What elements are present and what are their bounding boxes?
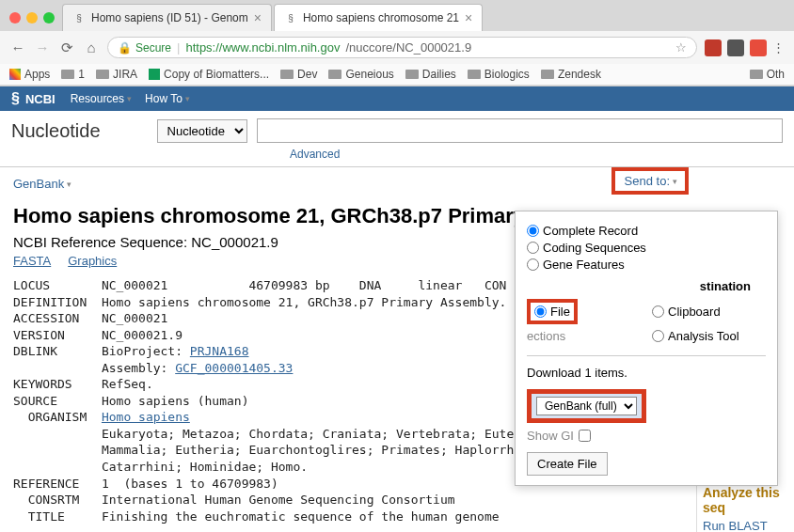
menu-icon[interactable]: ⋮ [772,40,785,55]
create-file-button[interactable]: Create File [527,452,608,476]
destination-analysis-option[interactable]: Analysis Tool [652,329,766,343]
other-bookmarks[interactable]: Oth [750,68,785,81]
url-path: /nuccore/NC_000021.9 [345,40,471,55]
extension-icon[interactable] [727,39,744,56]
back-icon[interactable]: ← [9,39,26,56]
bookmark-folder[interactable]: JIRA [96,68,137,81]
close-tab-icon[interactable]: × [465,10,472,25]
traffic-lights [6,12,62,23]
resources-menu[interactable]: Resources ▾ [71,92,132,105]
close-window-icon[interactable] [9,12,21,23]
format-select-wrap: GenBank (full) [527,389,646,423]
extension-icon[interactable] [705,39,722,56]
bookmark-bar: Apps 1 JIRA Copy of Biomatters... Dev Ge… [0,64,794,86]
chevron-down-icon: ▾ [673,177,677,186]
tab-bar: § Homo sapiens (ID 51) - Genom × § Homo … [0,0,794,31]
chevron-down-icon: ▾ [67,180,71,189]
graphics-link[interactable]: Graphics [68,254,117,268]
search-input[interactable] [257,118,783,143]
extension-icon[interactable] [750,39,767,56]
tab-title: Homo sapiens chromosome 21 [303,11,459,24]
browser-tab[interactable]: § Homo sapiens (ID 51) - Genom × [62,4,272,31]
record-scope-option[interactable]: Gene Features [527,258,766,272]
dna-icon: § [11,90,20,107]
analysis-radio[interactable] [652,330,664,342]
clipboard-radio[interactable] [652,305,664,318]
file-radio[interactable] [534,305,547,318]
bookmark-folder[interactable]: 1 [61,68,85,81]
bookmark-folder[interactable]: Dailies [405,68,456,81]
send-to-popup: Complete Record Coding Sequences Gene Fe… [515,211,778,486]
gene-features-radio[interactable] [527,258,539,271]
browser-tab[interactable]: § Homo sapiens chromosome 21 × [274,4,483,31]
advanced-link[interactable]: Advanced [290,148,340,161]
coding-sequences-radio[interactable] [527,242,539,254]
fasta-link[interactable]: FASTA [13,254,51,268]
favicon-icon: § [284,11,297,24]
ncbi-logo[interactable]: § NCBI [11,90,56,107]
ncbi-brand: NCBI [25,92,56,106]
assembly-link[interactable]: GCF_000001405.33 [175,361,293,375]
close-tab-icon[interactable]: × [254,10,262,25]
secure-badge: 🔒 Secure [118,41,171,55]
howto-menu[interactable]: How To ▾ [145,92,190,105]
secure-label: Secure [135,41,171,55]
download-count-label: Download 1 items. [527,366,766,380]
maximize-window-icon[interactable] [43,12,55,23]
url-input[interactable]: 🔒 Secure | https://www.ncbi.nlm.nih.gov/… [107,37,697,58]
db-title: Nucleotide [11,120,101,142]
bookmark-star-icon[interactable]: ☆ [675,40,687,55]
bookmark-folder[interactable]: Dev [280,68,317,81]
browser-chrome: § Homo sapiens (ID 51) - Genom × § Homo … [0,0,794,86]
bookmark-folder[interactable]: Geneious [328,68,393,81]
destination-collections-option[interactable]: ections [527,329,641,343]
complete-record-radio[interactable] [527,225,539,237]
view-format-dropdown[interactable]: GenBank▾ [13,177,71,191]
url-host: https://www.ncbi.nlm.nih.gov [185,40,340,55]
extension-icons: ⋮ [705,39,785,56]
favicon-icon: § [72,11,86,24]
format-select[interactable]: GenBank (full) [536,397,637,415]
record-scope-option[interactable]: Complete Record [527,224,766,238]
bookmark-folder[interactable]: Biologics [468,68,530,81]
apps-button[interactable]: Apps [9,68,50,81]
show-gi-checkbox-row[interactable]: Show GI [527,429,766,443]
lock-icon: 🔒 [118,41,132,55]
search-area: Nucleotide Nucleotide Advanced [0,111,794,167]
chevron-down-icon: ▾ [127,94,132,103]
chevron-down-icon: ▾ [185,94,190,103]
organism-link[interactable]: Homo sapiens [102,410,190,424]
record-scope-option[interactable]: Coding Sequences [527,241,766,255]
bioproject-link[interactable]: PRJNA168 [190,344,249,358]
home-icon[interactable]: ⌂ [83,39,100,56]
reload-icon[interactable]: ⟳ [58,39,75,56]
bookmark-folder[interactable]: Zendesk [541,68,601,81]
minimize-window-icon[interactable] [26,12,38,23]
database-select[interactable]: Nucleotide [157,119,247,143]
choose-destination-label: stination [527,279,766,293]
show-gi-checkbox[interactable] [579,430,591,442]
destination-file-option[interactable]: File [527,299,578,324]
ncbi-header: § NCBI Resources ▾ How To ▾ [0,86,794,111]
address-bar: ← → ⟳ ⌂ 🔒 Secure | https://www.ncbi.nlm.… [0,31,794,64]
bookmark-item[interactable]: Copy of Biomatters... [149,68,269,81]
destination-clipboard-option[interactable]: Clipboard [652,302,766,321]
forward-icon[interactable]: → [34,39,51,56]
ncbi-menu: Resources ▾ How To ▾ [71,92,190,105]
analyze-heading: Analyze this seq [703,485,790,515]
send-to-dropdown[interactable]: Send to:▾ [611,167,689,195]
tab-title: Homo sapiens (ID 51) - Genom [91,11,248,24]
run-blast-link[interactable]: Run BLAST [703,519,790,532]
